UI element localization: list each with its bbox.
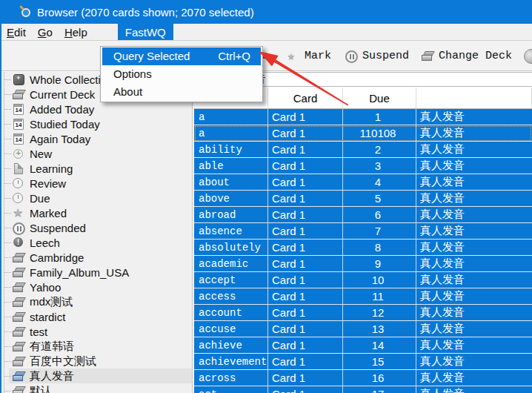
column-header-due[interactable]: Due	[343, 87, 416, 108]
deck-icon	[13, 282, 24, 293]
deck-icon	[13, 341, 24, 352]
pause-icon	[345, 50, 357, 62]
clock-icon	[13, 193, 24, 204]
table-row[interactable]: about Card 1 4 真人发音	[194, 174, 532, 191]
menubar-item[interactable]: Go	[33, 24, 58, 40]
title-bar: Browser (2070 cards shown; 2070 selected…	[0, 0, 532, 24]
deck-icon	[13, 311, 24, 323]
menu-bar: Edit Go Help FastWQ	[0, 24, 532, 41]
browser-window: Browser (2070 cards shown; 2070 selected…	[0, 0, 532, 393]
table-row[interactable]: across Card 1 16 真人发音	[194, 370, 532, 386]
sidebar-item[interactable]: 14 Again Today	[9, 131, 192, 146]
clock-icon	[13, 178, 24, 189]
star-icon	[13, 208, 24, 219]
fastwq-menu: Query Selected Ctrl+Q Options About	[100, 46, 263, 102]
sidebar-item[interactable]: stardict	[9, 309, 192, 324]
sidebar-item[interactable]: Learning	[9, 161, 192, 176]
deck-icon	[13, 267, 24, 278]
table-row[interactable]: a Card 1 1 真人发音	[194, 109, 532, 125]
table-row[interactable]: academic Card 1 9 真人发音	[194, 256, 532, 272]
cal-icon: 14	[13, 119, 24, 130]
menubar-item[interactable]: Edit	[1, 24, 31, 40]
table-row[interactable]: a Card 1 110108 真人发音	[194, 125, 532, 142]
sidebar-item[interactable]: test	[9, 324, 192, 339]
sidebar-item[interactable]: mdx测试	[9, 294, 192, 309]
menubar-item[interactable]: Help	[59, 24, 93, 40]
suspend-button[interactable]: Suspend	[345, 41, 409, 70]
deck-icon	[13, 89, 24, 100]
cal-icon: 14	[13, 104, 24, 115]
sidebar-item[interactable]: 百度中文测试	[9, 354, 192, 369]
learn-icon	[13, 163, 24, 174]
table-row[interactable]: above Card 1 5 真人发音	[194, 191, 532, 207]
deck-icon	[422, 50, 433, 62]
window-title: Browser (2070 cards shown; 2070 selected…	[37, 6, 254, 19]
table-row[interactable]: accuse Card 1 13 真人发音	[194, 321, 532, 337]
menu-item[interactable]: About	[102, 83, 261, 101]
card-table: Sort Field Card Due a Card 1 1 真人发音 a Ca…	[194, 87, 532, 393]
sidebar-item[interactable]: Leech	[9, 235, 192, 250]
change-deck-button[interactable]: Change Deck	[422, 41, 512, 70]
mark-button[interactable]: Mark	[287, 41, 331, 70]
table-row[interactable]: absence Card 1 7 真人发音	[194, 223, 532, 240]
table-row[interactable]: account Card 1 12 真人发音	[194, 305, 532, 321]
window-left-border	[0, 24, 1, 393]
magnifier-icon	[19, 6, 31, 18]
collection-icon	[13, 74, 24, 85]
leech-icon	[13, 237, 24, 248]
table-row[interactable]: absolutely Card 1 8 真人发音	[194, 240, 532, 256]
sidebar-item[interactable]: 真人发音	[9, 369, 192, 383]
sidebar-item[interactable]: Review	[9, 176, 192, 191]
pause-icon	[13, 222, 24, 234]
sidebar-item[interactable]: Marked	[9, 205, 192, 220]
star-icon	[287, 50, 299, 62]
sidebar-item[interactable]: 有道韩语	[9, 339, 192, 354]
table-row[interactable]: able Card 1 3 真人发音	[194, 158, 532, 174]
table-row[interactable]: access Card 1 11 真人发音	[194, 288, 532, 305]
table-row[interactable]: ability Card 1 2 真人发音	[194, 142, 532, 158]
sidebar-item[interactable]: Due	[9, 191, 192, 205]
column-header-deck[interactable]	[416, 87, 532, 108]
sidebar-item[interactable]: Suspended	[9, 220, 192, 235]
deck-icon	[13, 326, 24, 337]
toolbar: Info Mark Suspend Change Deck	[0, 41, 532, 71]
menu-item[interactable]: Query Selected Ctrl+Q	[102, 47, 261, 65]
table-row[interactable]: achieve Card 1 14 真人发音	[194, 337, 532, 354]
sidebar-item[interactable]: Cambridge	[9, 250, 192, 265]
partial-toolbar-icon[interactable]	[524, 49, 532, 64]
table-row[interactable]: abroad Card 1 6 真人发音	[194, 207, 532, 223]
table-row[interactable]: accept Card 1 10 真人发音	[194, 272, 532, 288]
sidebar-item[interactable]: Yahoo	[9, 280, 192, 294]
sidebar: Whole Collection Current Deck 14 Added T…	[0, 72, 193, 393]
cal-icon: 14	[13, 133, 24, 145]
menubar-item[interactable]: FastWQ	[118, 24, 173, 40]
sidebar-item[interactable]: New	[9, 146, 192, 161]
table-row[interactable]: act Card 1 17 真人发音	[194, 386, 532, 393]
deck-icon	[13, 386, 24, 393]
sidebar-item[interactable]: 14 Added Today	[9, 102, 192, 116]
column-header-card[interactable]: Card	[268, 87, 343, 108]
shortcut-label: Ctrl+Q	[218, 47, 250, 65]
deck-blue-icon	[13, 371, 24, 382]
sidebar-item[interactable]: 默认	[9, 383, 192, 393]
sidebar-item[interactable]: Family_Album_USA	[9, 265, 192, 280]
deck-icon	[13, 252, 24, 263]
new-icon	[13, 148, 24, 159]
deck-icon	[13, 297, 24, 308]
deck-icon	[13, 356, 24, 367]
table-rows: a Card 1 1 真人发音 a Card 1 110108 真人发音 abi…	[194, 109, 532, 393]
sidebar-item[interactable]: 14 Studied Today	[9, 116, 192, 131]
menu-item[interactable]: Options	[102, 65, 261, 83]
table-row[interactable]: achievement Card 1 15 真人发音	[194, 354, 532, 370]
